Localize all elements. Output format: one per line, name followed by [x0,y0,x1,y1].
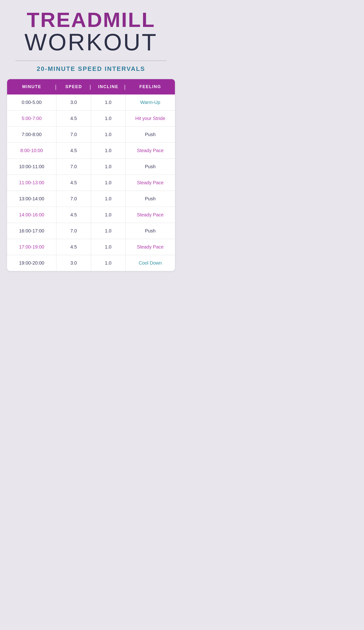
header-feeling: FEELING [126,79,175,94]
header-minute: MINUTE [7,79,56,94]
cell-incline: 1.0 [91,223,126,239]
cell-incline: 1.0 [91,239,126,255]
cell-speed: 7.0 [56,223,91,239]
table-header: MINUTE SPEED INCLINE FEELING [7,79,175,94]
subtitle: 20-MINUTE SPEED INTERVALS [37,65,145,72]
table-row: 14:00-16:00 4.5 1.0 Steady Pace [7,207,175,223]
cell-feeling: Steady Pace [126,175,175,191]
cell-speed: 4.5 [56,143,91,158]
cell-speed: 4.5 [56,207,91,223]
table-row: 11:00-13:00 4.5 1.0 Steady Pace [7,175,175,191]
cell-incline: 1.0 [91,207,126,223]
title-container: TREADMILL WORKOUT [24,10,157,54]
cell-feeling: Cool Down [126,255,175,271]
cell-feeling: Warm-Up [126,94,175,110]
cell-incline: 1.0 [91,126,126,142]
cell-minute: 13:00-14:00 [7,191,56,207]
cell-minute: 14:00-16:00 [7,207,56,223]
cell-minute: 0:00-5.00 [7,94,56,110]
table-row: 8:00-10:00 4.5 1.0 Steady Pace [7,143,175,159]
cell-incline: 1.0 [91,175,126,191]
cell-minute: 8:00-10:00 [7,143,56,158]
table-row: 13:00-14:00 7.0 1.0 Push [7,191,175,207]
cell-feeling: Steady Pace [126,239,175,255]
cell-minute: 16:00-17:00 [7,223,56,239]
title-workout: WORKOUT [24,30,157,54]
cell-speed: 7.0 [56,191,91,207]
cell-minute: 19:00-20:00 [7,255,56,271]
table-row: 16:00-17:00 7.0 1.0 Push [7,223,175,239]
cell-speed: 7.0 [56,126,91,142]
cell-incline: 1.0 [91,110,126,126]
title-treadmill: TREADMILL [24,10,157,30]
cell-minute: 11:00-13:00 [7,175,56,191]
cell-minute: 5:00-7:00 [7,110,56,126]
cell-feeling: Steady Pace [126,143,175,158]
table-row: 7:00-8:00 7.0 1.0 Push [7,126,175,143]
cell-speed: 7.0 [56,159,91,174]
cell-minute: 10:00-11:00 [7,159,56,174]
header-speed: SPEED [56,79,91,94]
cell-speed: 4.5 [56,175,91,191]
cell-incline: 1.0 [91,143,126,158]
cell-incline: 1.0 [91,255,126,271]
cell-speed: 4.5 [56,239,91,255]
cell-feeling: Hit your Stride [126,110,175,126]
cell-speed: 3.0 [56,255,91,271]
table-row: 5:00-7:00 4.5 1.0 Hit your Stride [7,110,175,126]
cell-feeling: Steady Pace [126,207,175,223]
table-row: 17:00-19:00 4.5 1.0 Steady Pace [7,239,175,255]
workout-table: MINUTE SPEED INCLINE FEELING 0:00-5.00 3… [7,79,175,271]
cell-incline: 1.0 [91,159,126,174]
cell-feeling: Push [126,223,175,239]
cell-incline: 1.0 [91,94,126,110]
cell-feeling: Push [126,191,175,207]
table-row: 19:00-20:00 3.0 1.0 Cool Down [7,255,175,271]
cell-minute: 7:00-8:00 [7,126,56,142]
table-row: 10:00-11:00 7.0 1.0 Push [7,159,175,175]
cell-minute: 17:00-19:00 [7,239,56,255]
header-incline: INCLINE [91,79,126,94]
dotted-divider [15,60,167,61]
cell-speed: 3.0 [56,94,91,110]
cell-feeling: Push [126,159,175,174]
cell-feeling: Push [126,126,175,142]
cell-incline: 1.0 [91,191,126,207]
cell-speed: 4.5 [56,110,91,126]
table-row: 0:00-5.00 3.0 1.0 Warm-Up [7,94,175,110]
